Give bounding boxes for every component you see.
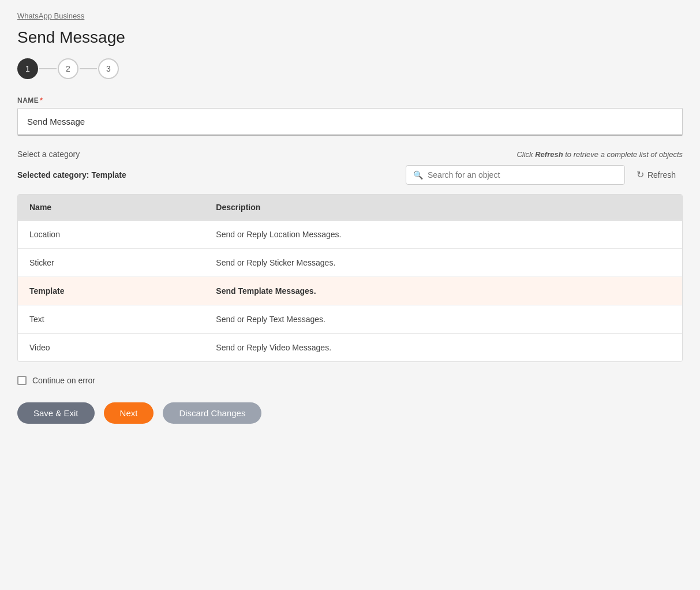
table-scroll[interactable]: Name Description LocationSend or Reply L…	[18, 195, 682, 361]
next-button[interactable]: Next	[104, 402, 154, 424]
name-input[interactable]	[17, 108, 683, 136]
name-label: NAME*	[17, 96, 683, 104]
breadcrumb[interactable]: WhatsApp Business	[17, 12, 683, 20]
table-row[interactable]: VideoSend or Reply Video Messages.	[18, 334, 682, 362]
continue-on-error-label: Continue on error	[32, 376, 95, 385]
table-cell-name: Template	[18, 277, 204, 305]
steps-container: 1 2 3	[17, 58, 683, 79]
name-section: NAME*	[17, 96, 683, 136]
actions-row: Save & Exit Next Discard Changes	[17, 402, 683, 424]
select-category-label: Select a category	[17, 150, 80, 159]
step-2[interactable]: 2	[58, 58, 78, 79]
table-cell-description: Send or Reply Sticker Messages.	[204, 249, 682, 277]
table-body: LocationSend or Reply Location Messages.…	[18, 221, 682, 362]
table-row[interactable]: StickerSend or Reply Sticker Messages.	[18, 249, 682, 277]
search-input[interactable]	[428, 170, 617, 180]
col-name-header: Name	[18, 195, 204, 221]
category-table: Name Description LocationSend or Reply L…	[18, 195, 682, 361]
table-cell-name: Location	[18, 221, 204, 249]
page-title: Send Message	[17, 28, 683, 47]
search-box: 🔍	[406, 165, 625, 185]
step-connector-2	[80, 68, 97, 69]
selected-category-text: Selected category: Template	[17, 170, 126, 180]
selected-category-value: Template	[91, 170, 126, 180]
refresh-label: Refresh	[647, 170, 676, 180]
table-cell-name: Sticker	[18, 249, 204, 277]
continue-on-error-checkbox[interactable]	[17, 376, 27, 385]
table-cell-name: Video	[18, 334, 204, 362]
table-cell-description: Send or Reply Video Messages.	[204, 334, 682, 362]
continue-on-error-section: Continue on error	[17, 376, 683, 385]
step-3[interactable]: 3	[98, 58, 119, 79]
table-row[interactable]: LocationSend or Reply Location Messages.	[18, 221, 682, 249]
refresh-icon: ↻	[637, 169, 644, 180]
refresh-hint: Click Refresh to retrieve a complete lis…	[516, 150, 683, 159]
refresh-button[interactable]: ↻ Refresh	[630, 165, 683, 185]
required-star: *	[40, 96, 43, 104]
col-description-header: Description	[204, 195, 682, 221]
search-icon: 🔍	[413, 170, 423, 180]
step-1[interactable]: 1	[17, 58, 38, 79]
table-container: Name Description LocationSend or Reply L…	[17, 194, 683, 362]
discard-changes-button[interactable]: Discard Changes	[163, 402, 261, 424]
save-exit-button[interactable]: Save & Exit	[17, 402, 95, 424]
page-container: WhatsApp Business Send Message 1 2 3 NAM…	[0, 0, 700, 590]
table-row[interactable]: TemplateSend Template Messages.	[18, 277, 682, 305]
table-header-row: Name Description	[18, 195, 682, 221]
table-cell-name: Text	[18, 305, 204, 334]
category-section: Select a category Click Refresh to retri…	[17, 150, 683, 185]
step-connector-1	[39, 68, 57, 69]
table-cell-description: Send Template Messages.	[204, 277, 682, 305]
table-row[interactable]: TextSend or Reply Text Messages.	[18, 305, 682, 334]
search-refresh-row: Selected category: Template 🔍 ↻ Refresh	[17, 165, 683, 185]
table-cell-description: Send or Reply Location Messages.	[204, 221, 682, 249]
table-cell-description: Send or Reply Text Messages.	[204, 305, 682, 334]
category-top-row: Select a category Click Refresh to retri…	[17, 150, 683, 159]
